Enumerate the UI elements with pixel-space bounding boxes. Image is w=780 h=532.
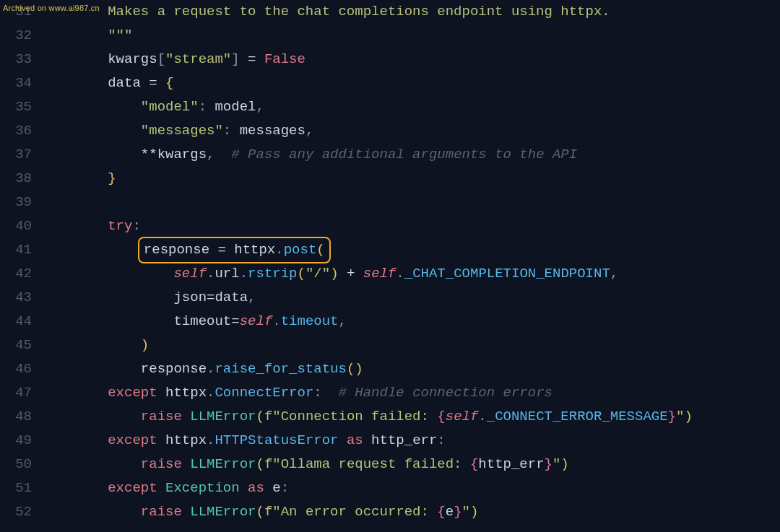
code-content[interactable]: raise LLMError(f"An error occurred: {e}"…	[42, 500, 780, 524]
code-content[interactable]: data = {	[42, 71, 780, 95]
token: "/"	[306, 266, 330, 282]
token: .	[207, 361, 214, 377]
token: url	[214, 266, 239, 282]
token: }	[108, 170, 116, 186]
token: "messages"	[141, 123, 223, 139]
code-content[interactable]: }	[42, 167, 780, 191]
code-content[interactable]: raise LLMError(f"Ollama request failed: …	[42, 453, 780, 476]
code-line[interactable]: 31 Makes a request to the chat completio…	[0, 0, 780, 24]
code-editor[interactable]: 31 Makes a request to the chat completio…	[0, 0, 780, 524]
line-number: 49	[0, 429, 42, 453]
code-content[interactable]: json=data,	[42, 286, 780, 310]
token: httpx	[157, 432, 207, 448]
token: rstrip	[248, 266, 297, 282]
token: except	[108, 385, 157, 401]
code-content[interactable]: kwargs["stream"] = False	[42, 48, 780, 71]
code-line[interactable]: 35 "model": model,	[0, 95, 780, 119]
code-line[interactable]: 45 )	[0, 333, 780, 357]
token	[322, 385, 339, 401]
code-line[interactable]: 46 response.raise_for_status()	[0, 357, 780, 381]
code-content[interactable]: Makes a request to the chat completions …	[42, 0, 780, 24]
token: **	[141, 147, 157, 162]
token	[182, 504, 190, 520]
code-content[interactable]: "model": model,	[42, 95, 780, 119]
token: (	[256, 504, 264, 520]
token: http_err	[363, 432, 438, 448]
token: {	[437, 409, 445, 424]
code-content[interactable]: self.url.rstrip("/") + self._CHAT_COMPLE…	[42, 262, 780, 286]
token: )	[470, 504, 478, 520]
code-line[interactable]: 47 except httpx.ConnectError: # Handle c…	[0, 381, 780, 405]
token: post	[284, 242, 317, 258]
token: "	[552, 456, 560, 472]
line-number: 33	[0, 48, 42, 71]
code-line[interactable]: 50 raise LLMError(f"Ollama request faile…	[0, 453, 780, 476]
code-line[interactable]: 37 **kwargs, # Pass any additional argum…	[0, 143, 780, 167]
token: model	[214, 99, 256, 115]
token: :	[132, 218, 140, 234]
code-line[interactable]: 36 "messages": messages,	[0, 119, 780, 143]
code-content[interactable]: "messages": messages,	[42, 119, 780, 143]
line-number: 35	[0, 95, 42, 119]
token: kwargs	[108, 51, 157, 67]
line-number: 34	[0, 71, 42, 95]
line-number: 32	[0, 24, 42, 48]
code-line[interactable]: 34 data = {	[0, 71, 780, 95]
code-line[interactable]: 32 """	[0, 24, 780, 48]
token: .	[275, 242, 283, 258]
code-content[interactable]: response.raise_for_status()	[42, 357, 780, 381]
code-line[interactable]: 52 raise LLMError(f"An error occurred: {…	[0, 500, 780, 524]
line-number: 48	[0, 405, 42, 429]
token: _CONNECT_ERROR_MESSAGE	[487, 409, 668, 424]
code-content[interactable]: except Exception as e:	[42, 476, 780, 500]
token: {	[165, 75, 173, 91]
code-content[interactable]: raise LLMError(f"Connection failed: {sel…	[42, 405, 780, 429]
token: ,	[610, 266, 618, 282]
token: HTTPStatusError	[214, 432, 338, 448]
token: httpx	[226, 242, 275, 258]
token: =	[149, 75, 157, 91]
code-line[interactable]: 49 except httpx.HTTPStatusError as http_…	[0, 429, 780, 453]
token: _CHAT_COMPLETION_ENDPOINT	[404, 266, 610, 282]
code-line[interactable]: 43 json=data,	[0, 286, 780, 310]
token: :	[223, 123, 240, 139]
token: # Handle connection errors	[339, 385, 552, 401]
token	[240, 51, 248, 67]
token: ]	[231, 51, 239, 67]
code-content[interactable]: except httpx.HTTPStatusError as http_err…	[42, 429, 780, 453]
code-line[interactable]: 38 }	[0, 167, 780, 191]
code-line[interactable]: 48 raise LLMError(f"Connection failed: {…	[0, 405, 780, 429]
code-line[interactable]: 51 except Exception as e:	[0, 476, 780, 500]
token: """	[108, 27, 132, 43]
code-content[interactable]: response = httpx.post(	[42, 237, 780, 264]
token: self	[363, 266, 396, 282]
line-number: 42	[0, 262, 42, 286]
token: :	[313, 385, 321, 401]
line-number: 36	[0, 119, 42, 143]
token: except	[108, 432, 157, 448]
code-content[interactable]: **kwargs, # Pass any additional argument…	[42, 143, 780, 167]
token: "	[676, 409, 684, 424]
token: ,	[256, 99, 264, 115]
token: =	[231, 313, 239, 329]
code-content[interactable]: timeout=self.timeout,	[42, 310, 780, 333]
line-number: 39	[0, 191, 42, 214]
token	[157, 75, 165, 91]
code-content[interactable]: )	[42, 333, 780, 357]
code-content[interactable]: try:	[42, 214, 780, 238]
code-line[interactable]: 40 try:	[0, 214, 780, 238]
code-line[interactable]: 44 timeout=self.timeout,	[0, 310, 780, 333]
token: {	[437, 504, 445, 520]
token: {	[470, 456, 478, 472]
token: .	[478, 409, 486, 424]
token: messages	[240, 123, 306, 139]
code-line[interactable]: 42 self.url.rstrip("/") + self._CHAT_COM…	[0, 262, 780, 286]
code-content[interactable]: except httpx.ConnectError: # Handle conn…	[42, 381, 780, 405]
token: =	[207, 289, 214, 305]
code-line[interactable]: 39	[0, 191, 780, 214]
code-line[interactable]: 41 response = httpx.post(	[0, 238, 780, 262]
token: ,	[248, 289, 256, 305]
code-content[interactable]: """	[42, 24, 780, 48]
token: Makes a request to the chat completions …	[108, 4, 610, 19]
code-line[interactable]: 33 kwargs["stream"] = False	[0, 48, 780, 71]
